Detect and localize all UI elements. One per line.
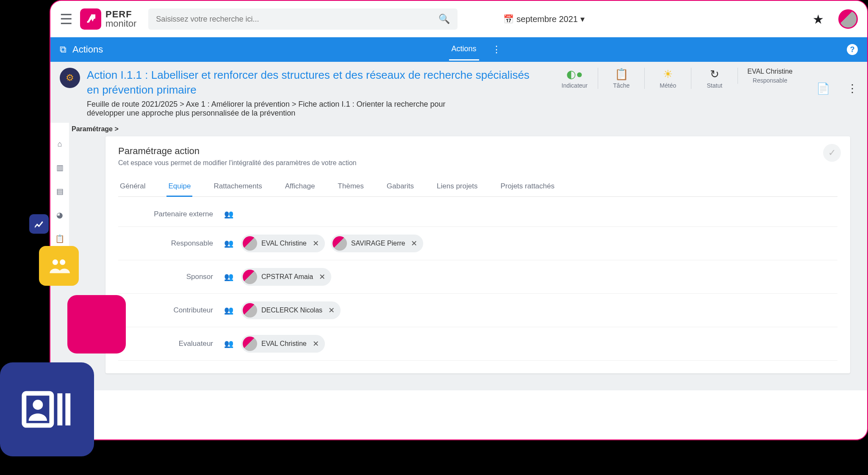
section-title: Actions xyxy=(72,44,103,55)
content-area: ⚙ Action I.1.1 : Labelliser et renforcer… xyxy=(50,62,867,390)
rail-stack-icon[interactable]: ▤ xyxy=(56,187,64,196)
confirm-button[interactable]: ✓ xyxy=(823,144,841,162)
logo-line1: PERF xyxy=(105,10,136,19)
chip-remove-icon[interactable]: ✕ xyxy=(319,272,325,282)
person-chip[interactable]: CPSTRAT Amaia✕ xyxy=(241,268,331,286)
chip-avatar xyxy=(243,236,257,251)
person-chip[interactable]: EVAL Christine✕ xyxy=(241,335,325,353)
people-icon[interactable]: 👥 xyxy=(224,272,233,282)
person-chip[interactable]: EVAL Christine✕ xyxy=(241,235,325,252)
role-row: Contributeur👥DECLERCK Nicolas✕ xyxy=(118,294,837,327)
chip-name: SAVIRAGE Pierre xyxy=(351,240,405,247)
date-label: septembre 2021 xyxy=(516,14,578,24)
svg-point-0 xyxy=(53,260,58,265)
tab-thèmes[interactable]: Thèmes xyxy=(336,177,365,196)
metric-statut[interactable]: ↻ Statut xyxy=(691,68,738,89)
tab-equipe[interactable]: Equipe xyxy=(166,177,192,197)
chip-avatar xyxy=(243,270,257,284)
chip-avatar xyxy=(243,337,257,351)
header-right: ★ xyxy=(813,9,858,29)
tab-général[interactable]: Général xyxy=(118,177,147,196)
role-label: Responsable xyxy=(118,239,224,248)
tab-affichage[interactable]: Affichage xyxy=(283,177,317,196)
section-more-icon[interactable]: ⋮ xyxy=(492,44,501,55)
chip-name: EVAL Christine xyxy=(261,240,307,247)
panel-subtitle: Cet espace vous permet de modifier l'int… xyxy=(118,159,837,167)
search-icon[interactable]: 🔍 xyxy=(438,14,450,25)
metric-indicateur[interactable]: ◐● Indicateur xyxy=(551,68,598,89)
person-chip[interactable]: DECLERCK Nicolas✕ xyxy=(241,301,341,319)
document-icon[interactable]: 📄 xyxy=(816,82,830,95)
rail-home-icon[interactable]: ⌂ xyxy=(58,140,62,149)
people-icon[interactable]: 👥 xyxy=(224,339,233,348)
app-window: ☰ PERF monitor 🔍 📅 septembre 2021 ▾ ★ ⧉ xyxy=(50,0,868,440)
sun-icon: ☀ xyxy=(663,68,673,80)
float-contacts-icon xyxy=(0,362,94,456)
section-title-block: ⧉ Actions xyxy=(60,44,103,55)
chips-container: CPSTRAT Amaia✕ xyxy=(241,268,331,286)
calendar-icon: 📅 xyxy=(503,14,514,24)
logo-line2: monitor xyxy=(105,19,136,28)
people-icon[interactable]: 👥 xyxy=(224,210,233,219)
clock-icon: ↻ xyxy=(710,68,719,80)
person-chip[interactable]: SAVIRAGE Pierre✕ xyxy=(331,235,424,252)
tab-liens-projets[interactable]: Liens projets xyxy=(435,177,479,196)
action-icon: ⚙ xyxy=(60,68,80,88)
role-row: Responsable👥EVAL Christine✕SAVIRAGE Pier… xyxy=(118,227,837,260)
search-input[interactable] xyxy=(156,15,438,24)
role-row: Partenaire externe👥 xyxy=(118,202,837,227)
action-title: Action I.1.1 : Labelliser et renforcer d… xyxy=(87,68,544,97)
float-team-icon xyxy=(39,246,79,286)
people-icon[interactable]: 👥 xyxy=(224,239,233,248)
role-row: Sponsor👥CPSTRAT Amaia✕ xyxy=(118,260,837,294)
chip-name: CPSTRAT Amaia xyxy=(261,273,313,281)
chip-name: DECLERCK Nicolas xyxy=(261,307,322,314)
chevron-down-icon: ▾ xyxy=(580,14,585,24)
section-bar: ⧉ Actions Actions ⋮ ? xyxy=(50,37,867,62)
tab-projets-rattachés[interactable]: Projets rattachés xyxy=(499,177,556,196)
top-header: ☰ PERF monitor 🔍 📅 septembre 2021 ▾ ★ xyxy=(50,1,867,37)
user-avatar[interactable] xyxy=(838,9,858,29)
chip-remove-icon[interactable]: ✕ xyxy=(411,239,417,248)
float-pink-badge xyxy=(67,295,126,353)
more-vert-icon[interactable]: ⋮ xyxy=(847,82,858,95)
search-box[interactable]: 🔍 xyxy=(148,8,458,30)
menu-icon[interactable]: ☰ xyxy=(60,11,72,28)
chips-container: EVAL Christine✕SAVIRAGE Pierre✕ xyxy=(241,235,423,252)
metric-tache[interactable]: 📋 Tâche xyxy=(598,68,644,89)
panel-title: Paramétrage action xyxy=(118,146,837,157)
layers-icon: ⧉ xyxy=(60,44,67,55)
tab-rattachements[interactable]: Rattachements xyxy=(212,177,263,196)
section-tab-actions[interactable]: Actions xyxy=(449,39,479,61)
role-label: Evaluateur xyxy=(118,340,224,348)
rail-dashboard-icon[interactable]: ◕ xyxy=(56,210,63,220)
svg-point-3 xyxy=(33,400,43,410)
people-icon[interactable]: 👥 xyxy=(224,306,233,315)
action-header: ⚙ Action I.1.1 : Labelliser et renforcer… xyxy=(50,62,867,122)
favorite-icon[interactable]: ★ xyxy=(813,12,824,27)
metric-meteo[interactable]: ☀ Météo xyxy=(644,68,691,89)
logo-text: PERF monitor xyxy=(105,10,136,28)
role-label: Contributeur xyxy=(118,306,224,315)
app-logo[interactable]: PERF monitor xyxy=(80,8,136,30)
rail-card-icon[interactable]: ▥ xyxy=(56,163,64,172)
rail-clipboard-icon[interactable]: 📋 xyxy=(55,234,64,243)
svg-rect-5 xyxy=(65,393,70,425)
metric-responsable[interactable]: EVAL Christine Responsable xyxy=(738,68,802,84)
metrics-row: ◐● Indicateur 📋 Tâche ☀ Météo ↻ Statut E… xyxy=(551,68,802,89)
tab-gabarits[interactable]: Gabarits xyxy=(385,177,416,196)
action-breadcrumb: Feuille de route 2021/2025 > Axe 1 : Amé… xyxy=(87,100,477,118)
date-picker[interactable]: 📅 septembre 2021 ▾ xyxy=(503,14,585,24)
gauge-icon: ◐● xyxy=(566,68,583,80)
svg-rect-4 xyxy=(57,393,62,425)
chips-container: DECLERCK Nicolas✕ xyxy=(241,301,341,319)
chip-remove-icon[interactable]: ✕ xyxy=(313,339,319,348)
chip-remove-icon[interactable]: ✕ xyxy=(313,239,319,248)
chip-remove-icon[interactable]: ✕ xyxy=(328,306,335,315)
chip-avatar xyxy=(333,236,347,251)
team-form: Partenaire externe👥Responsable👥EVAL Chri… xyxy=(118,202,837,361)
role-row: Evaluateur👥EVAL Christine✕ xyxy=(118,327,837,361)
help-icon[interactable]: ? xyxy=(847,44,858,55)
svg-point-1 xyxy=(60,260,65,265)
sub-breadcrumb[interactable]: Paramétrage > xyxy=(50,122,867,136)
